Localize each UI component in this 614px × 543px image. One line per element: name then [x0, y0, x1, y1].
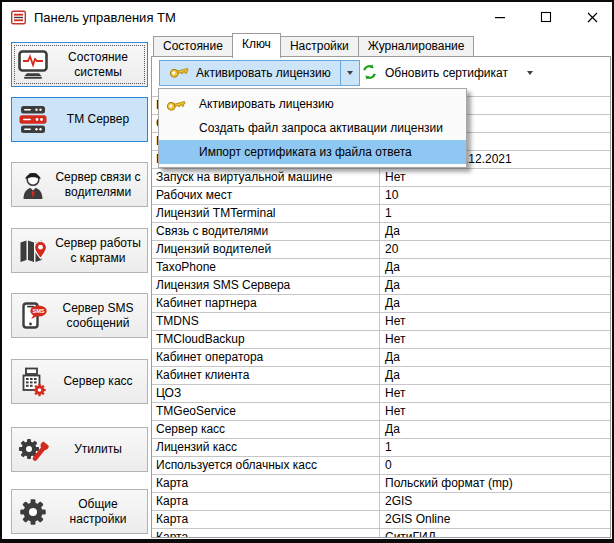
table-row[interactable]: Лицензий TMTerminal1 — [152, 205, 610, 223]
tab-bar: СостояниеКлючНастройкиЖурналирование — [153, 33, 473, 57]
sidebar-item-label: Сервер SMS сообщений — [54, 301, 147, 330]
property-name: Рабочих мест — [152, 187, 380, 204]
utilities-icon — [12, 434, 54, 466]
tm-server-icon — [12, 104, 54, 135]
table-row[interactable]: Лицензий водителей20 — [152, 241, 610, 259]
sidebar-item-1[interactable]: Состояние системы — [11, 42, 148, 87]
menu-item-label: Импорт сертификата из файла ответа — [199, 145, 412, 159]
sidebar-item-2[interactable]: ТМ Сервер — [11, 97, 148, 142]
menu-item-2[interactable]: Создать файл запроса активации лицензии — [159, 116, 466, 140]
property-name: TMCloudBackup — [152, 331, 380, 348]
table-row[interactable]: Запуск на виртуальной машинеНет — [152, 169, 610, 187]
tab-3[interactable]: Настройки — [280, 36, 359, 57]
maps-icon — [12, 236, 54, 266]
property-name: Используется облачных касс — [152, 457, 380, 474]
tab-2[interactable]: Ключ — [232, 33, 281, 58]
menu-item-label: Активировать лицензию — [199, 97, 334, 111]
property-value: Да — [380, 259, 610, 276]
property-name: Связь с водителями — [152, 223, 380, 240]
property-name: Лицензий TMTerminal — [152, 205, 380, 222]
sidebar-item-3[interactable]: Сервер связи с водителями — [11, 162, 148, 207]
property-value: 20 — [380, 241, 610, 258]
activate-license-menu: Активировать лицензиюСоздать файл запрос… — [158, 88, 467, 168]
table-row[interactable]: Сервер кассДа — [152, 421, 610, 439]
table-row[interactable]: TaxoPhoneДа — [152, 259, 610, 277]
close-button[interactable] — [582, 7, 602, 27]
table-row[interactable]: Связь с водителямиДа — [152, 223, 610, 241]
sidebar-item-label: Состояние системы — [54, 50, 147, 79]
property-value: Нет — [380, 331, 610, 348]
table-row[interactable]: Используется облачных касс0 — [152, 457, 610, 475]
app-icon — [11, 10, 26, 25]
sidebar-item-label: Сервер связи с водителями — [54, 170, 147, 199]
property-value: 2GIS Online — [380, 511, 610, 528]
table-row[interactable]: Кабинет клиентаДа — [152, 367, 610, 385]
settings-gear-icon — [12, 496, 54, 528]
table-row[interactable]: TMCloudBackupНет — [152, 331, 610, 349]
menu-item-label: Создать файл запроса активации лицензии — [199, 121, 443, 135]
property-value: 0 — [380, 457, 610, 474]
window-title: Панель управления ТМ — [34, 10, 176, 25]
property-value: 1 — [380, 205, 610, 222]
property-value: Да — [380, 277, 610, 294]
property-name: TMGeoService — [152, 403, 380, 420]
property-name: Лицензий касс — [152, 439, 380, 456]
sidebar-item-4[interactable]: Сервер работы с картами — [11, 228, 148, 273]
system-status-icon — [12, 49, 54, 80]
table-row[interactable]: ЦОЗНет — [152, 385, 610, 403]
table-row[interactable]: Рабочих мест10 — [152, 187, 610, 205]
property-name: Кабинет оператора — [152, 349, 380, 366]
table-row[interactable]: TMDNSНет — [152, 313, 610, 331]
toolbar: Активировать лицензию Обновить сертифика… — [152, 57, 610, 88]
update-certificate-label: Обновить сертификат — [385, 66, 508, 80]
property-value: СитиГИД — [380, 529, 610, 537]
maximize-button[interactable] — [536, 7, 556, 27]
menu-item-1[interactable]: Активировать лицензию — [159, 92, 466, 116]
tab-1[interactable]: Состояние — [153, 36, 233, 57]
property-value: 1 — [380, 439, 610, 456]
activate-license-button[interactable]: Активировать лицензию — [159, 60, 360, 86]
property-name: Кабинет клиента — [152, 367, 380, 384]
property-value: Нет — [380, 313, 610, 330]
key-icon — [169, 64, 189, 82]
svg-text:SMS: SMS — [32, 308, 44, 314]
sidebar-item-label: Утилиты — [54, 442, 147, 456]
sms-icon: SMS — [12, 300, 54, 331]
window-controls — [490, 2, 602, 32]
property-name: Карта — [152, 511, 380, 528]
cash-register-icon — [12, 366, 54, 397]
table-row[interactable]: Карта2GIS — [152, 493, 610, 511]
table-row[interactable]: Кабинет оператораДа — [152, 349, 610, 367]
update-certificate-button[interactable]: Обновить сертификат — [353, 60, 541, 86]
property-name: ЦОЗ — [152, 385, 380, 402]
property-value: Да — [380, 349, 610, 366]
sidebar-item-5[interactable]: SMSСервер SMS сообщений — [11, 293, 148, 338]
property-value: Нет — [380, 169, 610, 186]
property-name: Карта — [152, 493, 380, 510]
table-row[interactable]: КартаСитиГИД — [152, 529, 610, 537]
table-row[interactable]: Лицензий касс1 — [152, 439, 610, 457]
sidebar-item-7[interactable]: Утилиты — [11, 427, 148, 472]
tab-4[interactable]: Журналирование — [358, 36, 475, 57]
activate-license-label: Активировать лицензию — [196, 66, 331, 80]
menu-item-3[interactable]: Импорт сертификата из файла ответа — [159, 140, 466, 164]
table-row[interactable]: КартаПольский формат (mp) — [152, 475, 610, 493]
property-value: Да — [380, 421, 610, 438]
table-row[interactable]: TMGeoServiceНет — [152, 403, 610, 421]
sidebar-item-label: Сервер работы с картами — [54, 236, 147, 265]
property-value: Польский формат (mp) — [380, 475, 610, 492]
property-name: Сервер касс — [152, 421, 380, 438]
sidebar-item-8[interactable]: Общие настройки — [11, 489, 148, 534]
sidebar: Состояние системыТМ СерверСервер связи с… — [2, 32, 150, 539]
table-row[interactable]: Лицензия SMS СервераДа — [152, 277, 610, 295]
key-icon — [165, 97, 187, 112]
table-row[interactable]: Кабинет партнераДа — [152, 295, 610, 313]
table-row[interactable]: Карта2GIS Online — [152, 511, 610, 529]
app-window: Панель управления ТМ Состояние системыТМ… — [0, 0, 614, 543]
activate-license-button-main[interactable]: Активировать лицензию — [160, 61, 340, 85]
property-value: Да — [380, 367, 610, 384]
property-name: TaxoPhone — [152, 259, 380, 276]
property-name: Лицензия SMS Сервера — [152, 277, 380, 294]
minimize-button[interactable] — [490, 7, 510, 27]
sidebar-item-6[interactable]: Сервер касс — [11, 359, 148, 404]
